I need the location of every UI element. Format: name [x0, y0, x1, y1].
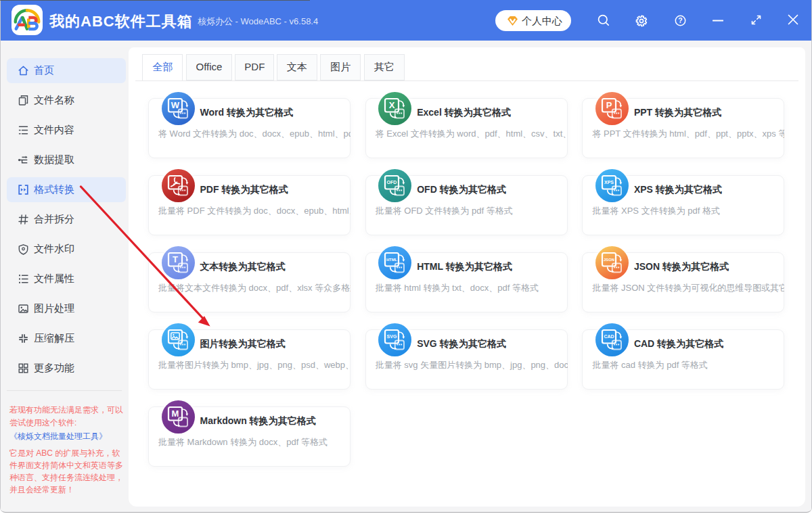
svg-text:XPS: XPS	[604, 180, 614, 185]
svg-text:CAD: CAD	[604, 334, 614, 339]
svg-text:SVG: SVG	[387, 334, 397, 339]
svg-text:W: W	[171, 100, 179, 110]
svg-text:P: P	[606, 100, 612, 110]
svg-text:JSON: JSON	[604, 258, 614, 262]
svg-text:X: X	[389, 100, 395, 110]
svg-text:?: ?	[678, 16, 682, 24]
svg-text:OFD: OFD	[387, 180, 397, 185]
svg-text:T: T	[173, 254, 178, 264]
svg-text:M: M	[171, 408, 179, 419]
svg-text:HTML: HTML	[386, 258, 398, 262]
